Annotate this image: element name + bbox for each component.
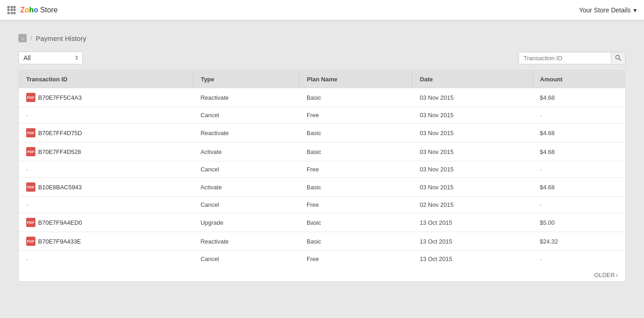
cell-type: Reactivate (193, 88, 299, 107)
cell-type: Reactivate (193, 232, 299, 251)
cell-plan-name: Basic (299, 88, 412, 107)
nav-left: Zoho Store (7, 6, 57, 14)
cell-amount: $5.00 (532, 213, 625, 232)
grid-icon[interactable] (7, 6, 16, 14)
cell-amount: - (532, 197, 625, 213)
pdf-icon[interactable]: PDF (26, 93, 35, 102)
logo-z: Z (20, 6, 25, 14)
cell-transaction-id: - (19, 251, 193, 267)
cell-date: 13 Oct 2015 (412, 213, 532, 232)
filter-select[interactable]: All Reactivate Activate Cancel Upgrade (18, 51, 83, 64)
cell-plan-name: Basic (299, 124, 412, 142)
table-row: PDFB10E8BAC5943ActivateBasic03 Nov 2015$… (19, 178, 625, 197)
cell-date: 13 Oct 2015 (412, 251, 532, 267)
breadcrumb: ⌂ / Payment History (18, 34, 626, 42)
col-header-type: Type (193, 70, 299, 88)
transaction-id-value: B70E7FF5C4A3 (38, 94, 82, 101)
col-header-date: Date (412, 70, 532, 88)
table-row: PDFB70E7FF4D528ActivateBasic03 Nov 2015$… (19, 142, 625, 161)
older-arrow-icon: › (616, 272, 618, 278)
cell-date: 03 Nov 2015 (412, 142, 532, 161)
older-label: OLDER (594, 272, 615, 278)
payment-history-table: Transaction ID Type Plan Name Date Amoun… (18, 70, 626, 282)
store-details-arrow: ▾ (633, 6, 637, 14)
breadcrumb-label: Payment History (36, 34, 86, 42)
cell-date: 03 Nov 2015 (412, 107, 532, 124)
cell-transaction-id: PDFB70E7FF5C4A3 (19, 88, 193, 107)
svg-line-1 (619, 59, 621, 61)
cell-type: Upgrade (193, 213, 299, 232)
table-header-row: Transaction ID Type Plan Name Date Amoun… (19, 70, 625, 88)
cell-plan-name: Free (299, 197, 412, 213)
cell-transaction-id: - (19, 107, 193, 124)
cell-type: Cancel (193, 197, 299, 213)
table-row: -CancelFree03 Nov 2015- (19, 161, 625, 178)
cell-transaction-id: PDFB70E7FF4D75D (19, 124, 193, 142)
pdf-icon[interactable]: PDF (26, 128, 35, 137)
store-details-button[interactable]: Your Store Details ▾ (579, 6, 637, 14)
transaction-id-value: B10E8BAC5943 (38, 184, 82, 191)
transaction-id-value: B70E7F9A4ED0 (38, 219, 82, 226)
cell-amount: - (532, 161, 625, 178)
transaction-id-value: B70E7FF4D528 (38, 148, 81, 155)
cell-plan-name: Basic (299, 232, 412, 251)
older-link[interactable]: OLDER› (594, 272, 618, 278)
filter-row: All Reactivate Activate Cancel Upgrade ⇕ (18, 51, 626, 64)
search-icon (615, 55, 621, 61)
cell-date: 03 Nov 2015 (412, 88, 532, 107)
filter-select-wrap: All Reactivate Activate Cancel Upgrade ⇕ (18, 51, 83, 64)
table-row: -CancelFree13 Oct 2015- (19, 251, 625, 267)
main-content: ⌂ / Payment History All Reactivate Activ… (0, 20, 644, 295)
pdf-icon[interactable]: PDF (26, 147, 35, 156)
search-button[interactable] (611, 52, 625, 63)
search-input[interactable] (519, 52, 611, 64)
logo-zoho: Zoho (20, 6, 38, 14)
pdf-icon[interactable]: PDF (26, 218, 35, 227)
cell-amount: $4.68 (532, 178, 625, 197)
table-row: PDFB70E7FF4D75DReactivateBasic03 Nov 201… (19, 124, 625, 142)
cell-type: Cancel (193, 107, 299, 124)
cell-amount: $4.68 (532, 88, 625, 107)
cell-amount: - (532, 251, 625, 267)
cell-type: Cancel (193, 161, 299, 178)
cell-transaction-id: - (19, 197, 193, 213)
cell-plan-name: Basic (299, 178, 412, 197)
cell-date: 03 Nov 2015 (412, 161, 532, 178)
pdf-icon[interactable]: PDF (26, 182, 35, 192)
table-row: PDFB70E7FF5C4A3ReactivateBasic03 Nov 201… (19, 88, 625, 107)
table-row: -CancelFree03 Nov 2015- (19, 107, 625, 124)
cell-date: 03 Nov 2015 (412, 124, 532, 142)
cell-amount: $24.32 (532, 232, 625, 251)
cell-transaction-id: - (19, 161, 193, 178)
cell-date: 13 Oct 2015 (412, 232, 532, 251)
table-row: PDFB70E7F9A433EReactivateBasic13 Oct 201… (19, 232, 625, 251)
cell-transaction-id: PDFB70E7F9A433E (19, 232, 193, 251)
table-row: -CancelFree02 Nov 2015- (19, 197, 625, 213)
cell-type: Cancel (193, 251, 299, 267)
search-wrap (519, 52, 626, 64)
cell-plan-name: Free (299, 161, 412, 178)
cell-transaction-id: PDFB70E7FF4D528 (19, 142, 193, 161)
col-header-amount: Amount (532, 70, 625, 88)
home-icon[interactable]: ⌂ (18, 34, 27, 42)
cell-date: 02 Nov 2015 (412, 197, 532, 213)
breadcrumb-separator: / (30, 35, 32, 42)
transaction-id-value: B70E7F9A433E (38, 238, 81, 245)
logo-area: Zoho Store (20, 6, 57, 14)
cell-amount: $4.68 (532, 124, 625, 142)
cell-transaction-id: PDFB10E8BAC5943 (19, 178, 193, 197)
cell-plan-name: Free (299, 251, 412, 267)
transaction-id-value: B70E7FF4D75D (38, 130, 82, 136)
table-row: PDFB70E7F9A4ED0UpgradeBasic13 Oct 2015$5… (19, 213, 625, 232)
cell-type: Activate (193, 142, 299, 161)
pagination-row: OLDER› (19, 267, 625, 281)
top-nav: Zoho Store Your Store Details ▾ (0, 0, 644, 20)
cell-plan-name: Free (299, 107, 412, 124)
cell-plan-name: Basic (299, 142, 412, 161)
cell-type: Reactivate (193, 124, 299, 142)
store-details-label: Your Store Details (579, 6, 631, 14)
pdf-icon[interactable]: PDF (26, 237, 35, 246)
cell-amount: - (532, 107, 625, 124)
cell-amount: $4.68 (532, 142, 625, 161)
logo-store-text: Store (40, 6, 57, 14)
